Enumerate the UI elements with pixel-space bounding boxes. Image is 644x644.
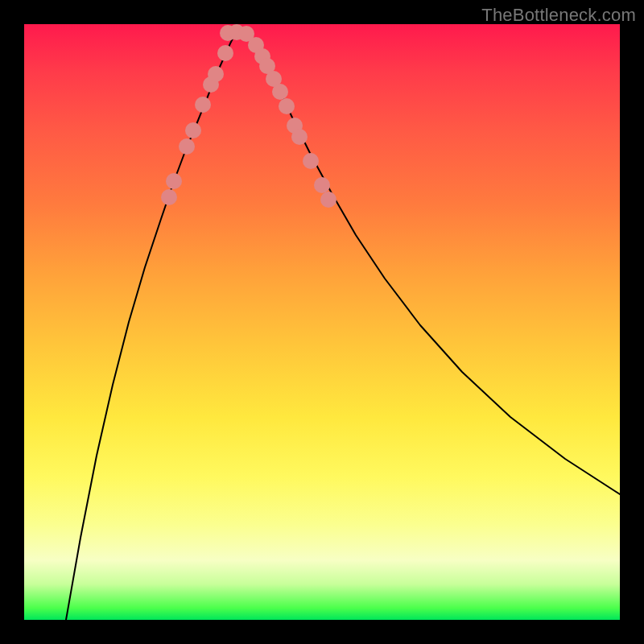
plot-area xyxy=(24,24,620,620)
watermark-label: TheBottleneck.com xyxy=(481,5,636,26)
bottleneck-curve xyxy=(66,31,620,620)
svg-point-7 xyxy=(217,45,233,61)
svg-point-16 xyxy=(279,98,295,114)
chart-frame: TheBottleneck.com xyxy=(0,0,644,644)
svg-point-1 xyxy=(166,173,182,189)
svg-point-18 xyxy=(291,129,308,145)
highlight-dots xyxy=(161,24,336,208)
svg-point-19 xyxy=(303,153,319,169)
svg-point-20 xyxy=(314,177,330,193)
svg-point-3 xyxy=(185,122,201,138)
curve-svg xyxy=(24,24,620,620)
svg-point-21 xyxy=(320,192,336,208)
svg-point-2 xyxy=(179,138,195,155)
svg-point-4 xyxy=(195,97,211,113)
svg-point-0 xyxy=(161,189,177,205)
svg-point-15 xyxy=(272,84,288,100)
svg-point-6 xyxy=(208,66,224,82)
